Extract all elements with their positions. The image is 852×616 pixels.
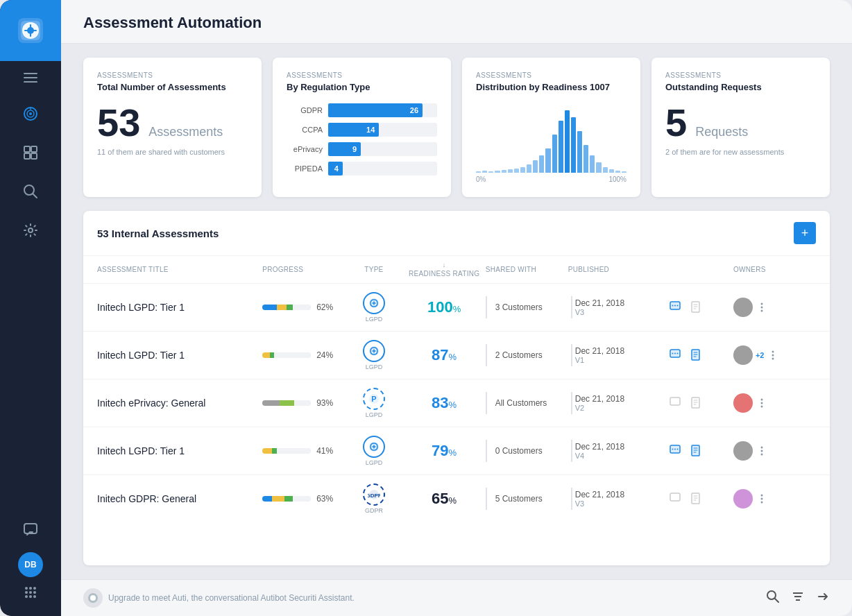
svg-point-22 xyxy=(29,591,32,594)
outstanding-unit: Requests xyxy=(695,125,748,139)
dist-bar xyxy=(577,131,582,173)
progress-track xyxy=(262,448,311,454)
dist-bar xyxy=(495,171,500,173)
dist-bar xyxy=(539,155,544,173)
svg-rect-10 xyxy=(24,146,30,152)
type-badge: P LGPD xyxy=(345,388,402,418)
col-assessment-title: Assessment Title xyxy=(97,262,262,277)
svg-point-72 xyxy=(760,502,762,504)
col-progress: Progress xyxy=(262,262,345,277)
table-row: Initech ePrivacy: General 93% P LGPD 83%… xyxy=(83,379,830,427)
shared-with: 5 Customers xyxy=(486,488,568,510)
shared-with: 0 Customers xyxy=(486,440,568,462)
chat-icon[interactable] xyxy=(667,347,684,363)
svg-point-45 xyxy=(772,351,774,353)
row-menu-button[interactable] xyxy=(756,397,768,409)
pub-divider xyxy=(571,344,572,366)
published-date: Dec 21, 2018 xyxy=(575,298,624,308)
doc-icon[interactable] xyxy=(688,443,705,459)
doc-icon-inactive xyxy=(688,490,705,507)
owners-cell xyxy=(733,489,816,508)
user-avatar[interactable]: DB xyxy=(18,552,43,577)
svg-point-30 xyxy=(672,305,673,307)
svg-text:GDPR: GDPR xyxy=(368,493,380,499)
svg-point-59 xyxy=(674,449,676,450)
svg-point-19 xyxy=(29,587,32,590)
svg-rect-12 xyxy=(24,153,30,159)
footer-search-icon[interactable] xyxy=(766,590,780,606)
row-menu-button[interactable] xyxy=(756,445,768,457)
add-assessment-button[interactable]: + xyxy=(794,222,816,244)
svg-point-26 xyxy=(33,595,36,598)
shared-divider xyxy=(486,440,487,462)
owners-cell xyxy=(733,298,816,317)
type-label: LGPD xyxy=(366,316,383,323)
col-actions xyxy=(667,262,733,277)
chatbot-text: Upgrade to meet Auti, the conversational… xyxy=(108,593,355,603)
dist-card-title: Distribution by Readiness 1007 xyxy=(476,82,627,92)
col-shared: Shared With xyxy=(486,262,568,277)
published-cell: Dec 21, 2018 V4 xyxy=(568,440,667,462)
pub-divider xyxy=(571,392,572,414)
owner-avatar xyxy=(733,298,753,317)
svg-rect-68 xyxy=(670,493,680,501)
page-title: Assessment Automation xyxy=(83,14,830,32)
svg-point-35 xyxy=(760,307,762,309)
page-header: Assessment Automation xyxy=(61,0,852,44)
table-rows: Initech LGPD: Tier 1 62% LGPD 100% 3 Cus… xyxy=(83,284,830,522)
svg-rect-50 xyxy=(670,397,680,405)
outstanding-sub: 2 of them are for new assessments xyxy=(665,148,816,156)
sidebar-item-radar[interactable] xyxy=(0,94,61,133)
app-logo[interactable] xyxy=(0,0,61,61)
doc-icon[interactable] xyxy=(688,347,705,363)
progress-percent: 24% xyxy=(316,350,333,360)
row-menu-button[interactable] xyxy=(767,349,779,361)
published-version: V4 xyxy=(575,452,624,460)
progress-bar: 62% xyxy=(262,302,345,312)
svg-point-40 xyxy=(672,353,673,354)
total-unit: Assessments xyxy=(148,125,223,139)
owner-avatar xyxy=(733,489,753,508)
sidebar-item-grid[interactable] xyxy=(0,133,61,172)
doc-icon-inactive xyxy=(688,299,705,316)
assessment-title: Initech LGPD: Tier 1 xyxy=(97,302,262,313)
outstanding-section-label: Assessments xyxy=(665,71,816,79)
dist-bar xyxy=(622,171,627,173)
chat-icon[interactable] xyxy=(667,443,684,459)
svg-point-41 xyxy=(674,353,676,354)
pub-divider xyxy=(571,488,572,510)
sidebar-item-search[interactable] xyxy=(0,172,61,211)
total-assessments-card: Assessments Total Number of Assessments … xyxy=(83,58,262,197)
apps-icon[interactable] xyxy=(18,580,43,605)
published-cell: Dec 21, 2018 V3 xyxy=(568,296,667,318)
regulation-bars: GDPR 26 CCPA 14 ePrivacy 9 PIPEDA 4 xyxy=(287,103,437,176)
svg-point-58 xyxy=(672,449,673,450)
footer-arrow-icon[interactable] xyxy=(816,590,830,606)
dist-bar xyxy=(482,171,487,173)
dist-bar xyxy=(583,145,588,173)
bar-value: 4 xyxy=(334,164,339,173)
menu-toggle[interactable] xyxy=(0,61,61,94)
row-menu-button[interactable] xyxy=(756,301,768,314)
type-badge: GDPR GDPR xyxy=(345,484,402,514)
svg-point-42 xyxy=(676,353,678,354)
dist-bar xyxy=(609,169,614,173)
bar-fill: 4 xyxy=(328,162,343,176)
assessment-title: Initech LGPD: Tier 1 xyxy=(97,350,262,361)
svg-line-76 xyxy=(775,599,778,602)
chat-icon[interactable] xyxy=(667,299,684,316)
progress-percent: 62% xyxy=(316,302,333,312)
sidebar-item-settings[interactable] xyxy=(0,211,61,250)
svg-point-20 xyxy=(33,587,36,590)
progress-percent: 93% xyxy=(316,398,333,408)
row-menu-button[interactable] xyxy=(756,493,768,505)
readiness-value: 79% xyxy=(403,442,486,460)
type-label: LGPD xyxy=(366,459,383,466)
published-cell: Dec 21, 2018 V3 xyxy=(568,488,667,510)
svg-rect-4 xyxy=(24,77,37,78)
bar-label: ePrivacy xyxy=(287,145,323,153)
sidebar-item-chat[interactable] xyxy=(0,511,61,549)
shared-with: All Customers xyxy=(486,392,568,414)
outstanding-card: Assessments Outstanding Requests 5 Reque… xyxy=(651,58,830,197)
footer-filter-icon[interactable] xyxy=(791,590,805,606)
